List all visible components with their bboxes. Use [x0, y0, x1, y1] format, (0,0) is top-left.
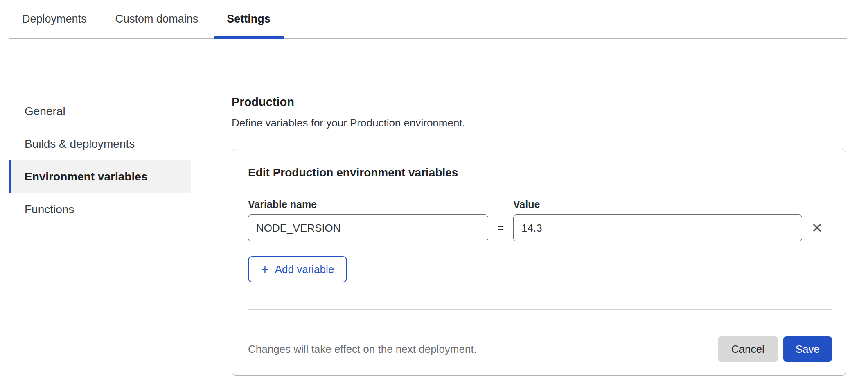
section-description: Define variables for your Production env… [232, 116, 846, 129]
card-title: Edit Production environment variables [248, 166, 832, 180]
settings-sidebar: General Builds & deployments Environment… [9, 95, 191, 226]
edit-variables-card: Edit Production environment variables Va… [232, 149, 846, 376]
add-variable-label: Add variable [275, 263, 334, 276]
tab-settings-label: Settings [227, 13, 271, 25]
variable-name-input[interactable] [248, 214, 488, 241]
active-tab-underline [214, 36, 284, 39]
card-divider [248, 309, 832, 310]
sidebar-item-environment-variables[interactable]: Environment variables [9, 160, 191, 193]
tab-deployments-label: Deployments [22, 13, 87, 25]
close-icon: ✕ [811, 220, 823, 236]
remove-variable-button[interactable]: ✕ [811, 221, 823, 235]
tab-custom-domains[interactable]: Custom domains [102, 0, 212, 38]
add-variable-button[interactable]: + Add variable [248, 256, 347, 282]
cancel-button[interactable]: Cancel [718, 336, 778, 362]
sidebar-item-general-label: General [25, 105, 65, 118]
footer-actions: Cancel Save [718, 336, 832, 362]
variable-name-label: Variable name [248, 199, 488, 214]
card-footer: Changes will take effect on the next dep… [248, 336, 832, 362]
environment-variables-panel: Production Define variables for your Pro… [232, 95, 846, 376]
field-labels-row: Variable name Value [248, 199, 832, 214]
sidebar-item-builds-deployments[interactable]: Builds & deployments [9, 128, 191, 160]
footer-note: Changes will take effect on the next dep… [248, 343, 477, 356]
value-label: Value [513, 199, 802, 214]
sidebar-item-functions-label: Functions [25, 203, 74, 216]
tab-bar: Deployments Custom domains Settings [9, 0, 847, 39]
variable-value-input[interactable] [513, 214, 802, 241]
sidebar-item-builds-deployments-label: Builds & deployments [25, 138, 135, 151]
section-title: Production [232, 95, 846, 109]
tab-settings[interactable]: Settings [214, 0, 284, 38]
tab-custom-domains-label: Custom domains [115, 13, 198, 25]
settings-content: General Builds & deployments Environment… [0, 39, 868, 376]
plus-icon: + [261, 263, 269, 276]
tab-deployments[interactable]: Deployments [9, 0, 100, 38]
variable-row: = ✕ [248, 214, 832, 241]
sidebar-item-functions[interactable]: Functions [9, 193, 191, 226]
sidebar-item-general[interactable]: General [9, 95, 191, 128]
save-button[interactable]: Save [783, 336, 832, 362]
equals-sign: = [488, 222, 513, 235]
sidebar-item-environment-variables-label: Environment variables [25, 170, 147, 183]
